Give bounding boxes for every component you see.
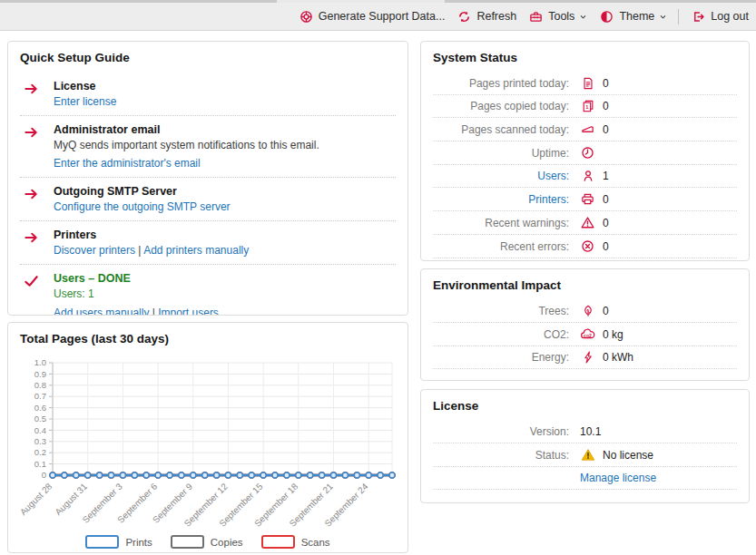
toolbar: Generate Support Data...RefreshToolsThem…	[0, 3, 756, 31]
link-enter-license[interactable]: Enter license	[54, 95, 116, 108]
quick-setup-item-outgoing-smtp-server: Outgoing SMTP ServerConfigure the outgoi…	[20, 178, 396, 221]
toolbar-button-refresh[interactable]: Refresh	[457, 10, 516, 24]
tools-icon	[529, 10, 543, 24]
printed-pages-icon	[580, 77, 595, 90]
row-value: 0	[603, 100, 609, 112]
row-label: Pages printed today:	[433, 77, 569, 90]
total-pages-title: Total Pages (last 30 days)	[20, 332, 396, 346]
row-value: 0	[603, 217, 609, 229]
quick-setup-item-links: Enter the administrator's email	[54, 157, 319, 170]
link-import-users[interactable]: Import users	[158, 307, 219, 316]
link-enter-the-administrator-s-email[interactable]: Enter the administrator's email	[54, 157, 201, 170]
total-pages-chart: 00.10.20.30.40.50.60.70.80.91.0August 28…	[20, 354, 396, 533]
arrow-right-icon	[22, 123, 40, 170]
legend-swatch	[171, 535, 204, 549]
link-discover-printers[interactable]: Discover printers	[54, 244, 135, 257]
link-configure-the-outgoing-smtp-server[interactable]: Configure the outgoing SMTP server	[54, 200, 231, 213]
chevron-down-icon	[579, 13, 587, 21]
legend-item-copies[interactable]: Copies	[171, 535, 243, 549]
status-row-version: Version:10.1	[433, 421, 737, 443]
link-add-printers-manually[interactable]: Add printers manually	[143, 244, 249, 257]
logout-icon	[692, 10, 705, 24]
status-row-users: Users:1	[433, 165, 737, 188]
quick-setup-panel: Quick Setup Guide LicenseEnter licenseAd…	[7, 41, 408, 316]
row-label: Pages copied today:	[433, 100, 569, 112]
warning-triangle-icon	[580, 216, 595, 229]
quick-setup-item-administrator-email: Administrator emailMyQ sends important s…	[20, 116, 396, 178]
legend-label: Scans	[301, 537, 330, 548]
svg-text:0.3: 0.3	[34, 436, 46, 446]
status-row-pages-printed-today: Pages printed today:0	[433, 73, 737, 95]
license-title: License	[433, 399, 737, 413]
quick-setup-item-title: Printers	[54, 229, 249, 241]
row-value: 1	[603, 170, 609, 182]
support-icon	[299, 10, 313, 24]
legend-item-scans[interactable]: Scans	[261, 535, 330, 549]
link-manage-license[interactable]: Manage license	[580, 472, 656, 484]
toolbar-divider	[678, 9, 679, 24]
quick-setup-item-links: Configure the outgoing SMTP server	[54, 200, 231, 213]
total-pages-panel: Total Pages (last 30 days) 00.10.20.30.4…	[7, 322, 408, 553]
toolbar-button-label: Tools	[548, 10, 574, 23]
printer-icon	[580, 192, 595, 206]
legend-label: Prints	[125, 537, 152, 548]
row-value: 0 kWh	[603, 351, 633, 364]
quick-setup-item-body: PrintersDiscover printers | Add printers…	[54, 229, 249, 257]
svg-text:0.9: 0.9	[34, 369, 46, 379]
row-label[interactable]: Users:	[433, 170, 569, 182]
svg-text:0.8: 0.8	[34, 380, 46, 390]
row-value: 0	[603, 193, 609, 206]
quick-setup-item-users-done: Users – DONEUsers: 1Add users manually |…	[20, 265, 396, 316]
quick-setup-item-license: LicenseEnter license	[20, 73, 396, 116]
toolbar-button-generate-support-data[interactable]: Generate Support Data...	[299, 10, 446, 24]
quick-setup-item-body: LicenseEnter license	[54, 80, 116, 108]
svg-text:0.7: 0.7	[34, 391, 46, 401]
arrow-right-icon	[22, 185, 40, 213]
toolbar-button-log-out[interactable]: Log out	[692, 10, 749, 24]
scanner-icon	[580, 122, 595, 136]
row-label: CO2:	[433, 328, 569, 341]
quick-setup-item-body: Users – DONEUsers: 1Add users manually |…	[54, 272, 219, 316]
row-value: 0 kg	[603, 328, 623, 341]
status-row-trees: Trees:0	[433, 300, 737, 323]
quick-setup-item-links: Enter license	[54, 95, 116, 108]
license-panel: License Version:10.1Status:No licenseMan…	[420, 389, 750, 503]
svg-text:August 28: August 28	[18, 481, 54, 517]
quick-setup-item-title: Administrator email	[54, 123, 319, 136]
user-icon	[580, 170, 595, 182]
clock-icon	[580, 146, 595, 160]
row-value: No license	[603, 449, 653, 462]
link-separator: |	[149, 307, 158, 316]
error-circle-icon	[580, 239, 595, 253]
link-add-users-manually[interactable]: Add users manually	[54, 307, 149, 316]
svg-text:co2: co2	[584, 333, 592, 338]
environmental-impact-title: Environmental Impact	[433, 278, 737, 292]
quick-setup-item-title: Outgoing SMTP Server	[54, 185, 231, 198]
co2-cloud-icon: co2	[580, 327, 595, 341]
theme-icon	[600, 10, 614, 24]
row-label: Uptime:	[433, 147, 569, 160]
row-value: 0	[603, 123, 609, 136]
row-value: 0	[603, 305, 609, 317]
leaf-icon	[580, 305, 595, 317]
copied-pages-icon: 1	[580, 100, 595, 112]
legend-item-prints[interactable]: Prints	[85, 535, 152, 549]
quick-setup-item-links: Add users manually | Import users	[54, 307, 219, 316]
svg-text:August 31: August 31	[53, 481, 89, 517]
row-label[interactable]: Printers:	[433, 193, 569, 206]
svg-text:1: 1	[585, 104, 588, 110]
arrow-right-icon	[22, 80, 40, 108]
row-value: 0	[603, 240, 609, 253]
quick-setup-item-title: License	[54, 80, 116, 92]
chevron-down-icon	[659, 13, 667, 21]
toolbar-button-label: Log out	[711, 10, 749, 23]
row-label: Version:	[433, 425, 569, 438]
svg-text:1.0: 1.0	[34, 357, 46, 367]
system-status-panel: System Status Pages printed today:0Pages…	[420, 41, 750, 261]
toolbar-button-tools[interactable]: Tools	[529, 10, 587, 24]
svg-text:0.4: 0.4	[34, 425, 46, 435]
status-row-energy: Energy:0 kWh	[433, 346, 737, 369]
toolbar-button-theme[interactable]: Theme	[600, 10, 667, 24]
legend-swatch	[261, 535, 295, 549]
link-separator: |	[135, 244, 143, 257]
